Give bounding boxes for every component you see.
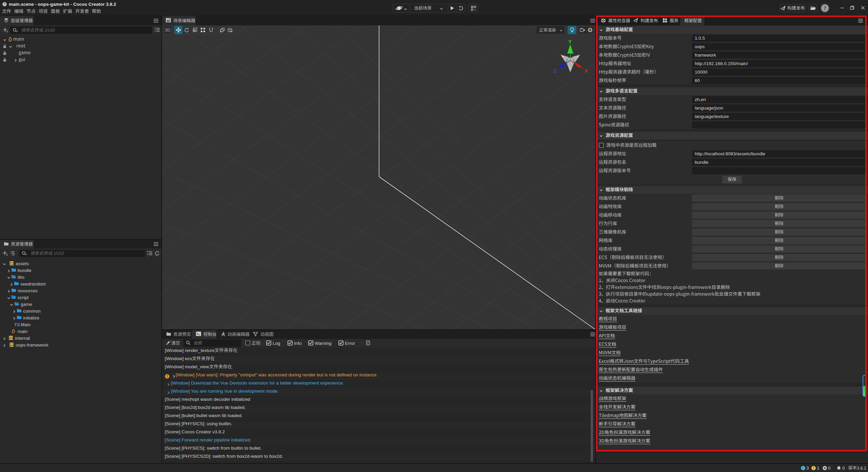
svg-text:Z: Z xyxy=(553,68,556,74)
svg-text:i: i xyxy=(803,466,804,470)
svg-text:Y: Y xyxy=(568,39,572,44)
svg-text:X: X xyxy=(585,68,588,74)
